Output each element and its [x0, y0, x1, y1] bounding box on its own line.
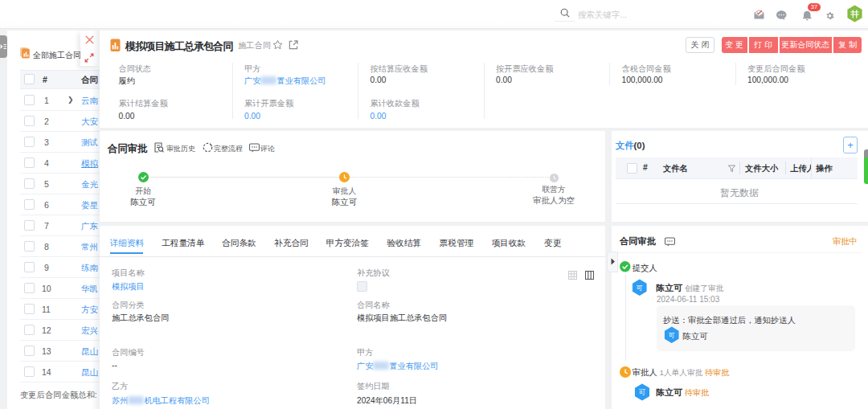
svg-text:可: 可 [636, 284, 642, 292]
svg-text:可: 可 [668, 332, 674, 339]
svg-text:可: 可 [639, 388, 646, 396]
